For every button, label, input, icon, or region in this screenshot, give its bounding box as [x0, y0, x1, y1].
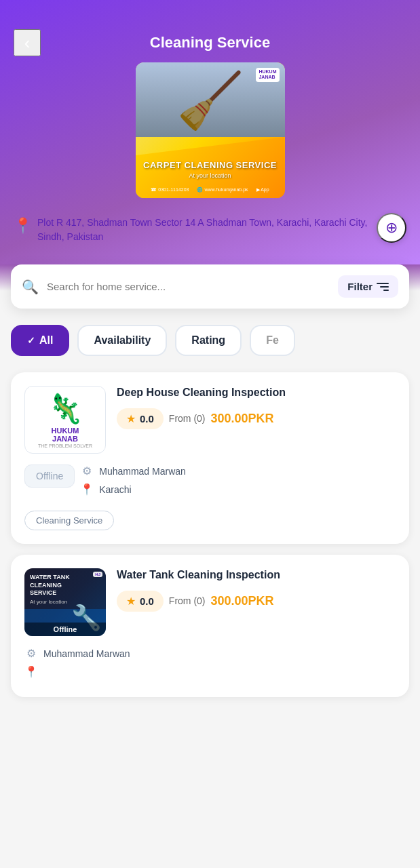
hero-contact-bar: ☎ 0301-1114203 🌐 www.hukumjanab.pk ▶ App — [136, 187, 285, 193]
location-left: 📍 Plot R 417, Shadman Town Sector 14 A S… — [14, 216, 368, 244]
search-section: 🔍 Filter — [11, 264, 409, 309]
price-text-2: 300.00PKR — [211, 594, 274, 608]
star-icon: ★ — [126, 412, 136, 425]
category-all-label: All — [39, 334, 53, 347]
star-icon-2: ★ — [126, 595, 136, 608]
location-row-card-2: 📍 — [24, 665, 396, 678]
card-1-title: Deep House Cleaning Inspection — [117, 386, 396, 400]
hero-main-text: CARPET CLAENING SERVICE — [136, 160, 285, 171]
category-pill-featured[interactable]: Fe — [250, 325, 295, 356]
location-pin-icon: 📍 — [14, 217, 32, 235]
rating-number-2: 0.0 — [140, 595, 154, 607]
check-icon: ✓ — [27, 335, 35, 346]
card-2-info: Water Tank Cleaning Inspection ★ 0.0 Fro… — [117, 568, 396, 636]
card-2-title: Water Tank Cleaning Inspection — [117, 568, 396, 583]
price-text: 300.00PKR — [211, 412, 274, 426]
from-text: From (0) — [169, 413, 206, 424]
water-title-text: WATER TANK CLEANING SERVICE At your loca… — [30, 574, 70, 605]
from-text-2: From (0) — [169, 595, 206, 606]
card-1-info: Deep House Cleaning Inspection ★ 0.0 Fro… — [117, 386, 396, 454]
search-icon: 🔍 — [22, 279, 39, 295]
card-1-details: ⚙ Muhammad Marwan 📍 Karachi — [80, 465, 396, 501]
card-1-top: 🦎 HUKUM JANAB THE PROBLEM SOLVER Deep Ho… — [24, 386, 396, 454]
page-title: Cleaning Service — [150, 34, 270, 52]
hero-sub-text: At your location — [136, 172, 285, 179]
search-input[interactable] — [47, 281, 330, 292]
services-list: 🦎 HUKUM JANAB THE PROBLEM SOLVER Deep Ho… — [0, 367, 420, 713]
provider-icon-2: ⚙ — [24, 647, 38, 660]
filter-button[interactable]: Filter — [338, 275, 398, 298]
category-availability-label: Availability — [94, 334, 151, 347]
card-1-logo: 🦎 HUKUM JANAB THE PROBLEM SOLVER — [24, 386, 106, 454]
categories-row: ✓ All Availability Rating Fe — [0, 309, 420, 367]
hero-text-overlay: CARPET CLAENING SERVICE At your location — [136, 160, 285, 179]
back-button[interactable]: ‹ — [14, 29, 41, 56]
hero-web: 🌐 www.hukumjanab.pk — [197, 187, 248, 193]
card-2-top: WATER TANK CLEANING SERVICE At your loca… — [24, 568, 396, 636]
card-2-logo: WATER TANK CLEANING SERVICE At your loca… — [24, 568, 106, 636]
location-row: 📍 Plot R 417, Shadman Town Sector 14 A S… — [0, 209, 420, 244]
provider-row-2: ⚙ Muhammad Marwan — [24, 647, 396, 660]
category-pill-all[interactable]: ✓ All — [11, 325, 69, 356]
back-arrow-icon: ‹ — [24, 34, 31, 52]
gps-button[interactable]: ⊕ — [377, 213, 406, 243]
card-2-details: ⚙ Muhammad Marwan 📍 — [24, 647, 396, 684]
provider-row: ⚙ Muhammad Marwan — [80, 465, 396, 477]
filter-label: Filter — [347, 281, 373, 292]
card-1-bottom: Offline ⚙ Muhammad Marwan 📍 Karachi — [24, 465, 396, 501]
card2-offline-overlay: Offline — [24, 623, 106, 636]
hero-playstore: ▶ App — [256, 187, 269, 193]
hero-section: ‹ Cleaning Service 🧹 CARPET CLAENING SER… — [0, 0, 420, 264]
rating-badge-2: ★ 0.0 — [117, 591, 164, 612]
top-bar: ‹ Cleaning Service — [0, 0, 420, 62]
provider-name: Muhammad Marwan — [99, 466, 186, 477]
filter-lines-icon — [377, 283, 389, 291]
provider-name-2: Muhammad Marwan — [43, 648, 130, 659]
card-1-rating-row: ★ 0.0 From (0) 300.00PKR — [117, 408, 396, 429]
card-location-text: Karachi — [99, 484, 131, 495]
tag-cleaning-service[interactable]: Cleaning Service — [24, 511, 114, 530]
card-2-rating-row: ★ 0.0 From (0) 300.00PKR — [117, 591, 396, 612]
hukum-snake-icon: 🦎 — [47, 392, 83, 425]
service-card-2[interactable]: WATER TANK CLEANING SERVICE At your loca… — [11, 555, 409, 697]
hero-banner-image: 🧹 CARPET CLAENING SERVICE At your locati… — [136, 62, 285, 198]
hukum-logo-image: 🦎 HUKUM JANAB THE PROBLEM SOLVER — [25, 387, 105, 453]
hero-phone: ☎ 0301-1114203 — [151, 187, 189, 193]
card-location-icon-2: 📍 — [24, 665, 38, 678]
gps-icon: ⊕ — [385, 219, 398, 237]
card-location-icon: 📍 — [80, 483, 94, 496]
location-row-card: 📍 Karachi — [80, 483, 396, 496]
rating-number: 0.0 — [140, 413, 154, 425]
card2-logo-badge: HJ — [93, 572, 102, 577]
hero-logo: HUKUM JANAB — [256, 68, 279, 82]
rating-badge: ★ 0.0 — [117, 408, 164, 429]
offline-badge-1[interactable]: Offline — [24, 465, 75, 488]
category-featured-label: Fe — [266, 334, 279, 347]
hero-image-container: 🧹 CARPET CLAENING SERVICE At your locati… — [14, 62, 406, 198]
hukum-brand: HUKUM JANAB THE PROBLEM SOLVER — [38, 427, 92, 448]
card-1-tags: Cleaning Service — [24, 511, 396, 530]
category-rating-label: Rating — [191, 334, 225, 347]
location-text: Plot R 417, Shadman Town Sector 14 A Sha… — [37, 216, 368, 244]
provider-icon: ⚙ — [80, 465, 94, 477]
service-card-1[interactable]: 🦎 HUKUM JANAB THE PROBLEM SOLVER Deep Ho… — [11, 372, 409, 544]
category-pill-availability[interactable]: Availability — [77, 325, 167, 356]
category-pill-rating[interactable]: Rating — [175, 325, 242, 356]
card-2-bottom: ⚙ Muhammad Marwan 📍 — [24, 647, 396, 684]
